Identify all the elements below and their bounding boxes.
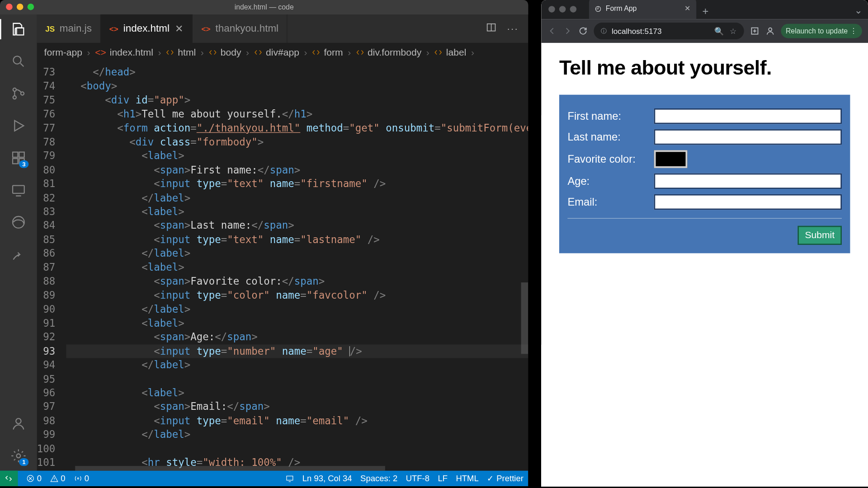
extensions-badge: 3 [19,160,29,168]
vscode-titlebar: index.html — code [0,0,528,14]
spaces-indicator[interactable]: Spaces: 2 [360,474,397,483]
back-icon[interactable] [547,26,557,36]
accounts-icon[interactable] [11,416,26,431]
breadcrumb-item[interactable]: form [312,47,343,58]
tab-thankyou-html[interactable]: <> thankyou.html [193,14,287,43]
svg-point-1 [13,88,16,91]
screencast-icon[interactable] [286,474,294,483]
settings-icon[interactable]: 1 [11,448,26,464]
svg-point-11 [17,454,21,458]
browser-toolbar: ⓘ localhost:5173 🔍 ☆ Relaunch to update … [541,19,868,43]
close-window-icon[interactable] [6,4,13,10]
address-bar[interactable]: ⓘ localhost:5173 🔍 ☆ [594,23,744,39]
breadcrumbs[interactable]: form-app› <>index.html› html› body› div#… [37,43,528,62]
breadcrumb-item[interactable]: form-app [44,47,82,58]
lastname-input[interactable] [654,129,842,145]
field-label: First name: [567,110,654,122]
firstname-input[interactable] [654,108,842,124]
html-file-icon: <> [109,24,118,33]
breadcrumb-item[interactable]: label [434,47,466,58]
svg-rect-6 [13,159,18,164]
new-tab-button[interactable]: + [702,5,708,18]
maximize-window-icon[interactable] [28,4,34,10]
activity-bar: 3 1 [0,14,37,471]
window-title: index.html — code [235,3,294,11]
edge-icon[interactable] [11,215,26,230]
breadcrumb-item[interactable]: <>index.html [95,47,153,58]
svg-point-14 [77,478,79,479]
browser-window: ◴ Form App ✕ + ⌄ ⓘ localhost:5173 🔍 ☆ [541,0,868,486]
svg-point-10 [16,418,21,423]
svg-point-3 [21,92,24,95]
submit-button[interactable]: Submit [798,226,842,245]
svg-point-17 [769,28,772,31]
live-share-icon[interactable] [11,247,26,262]
code-editor[interactable]: 7374757677787980818283848586878889909192… [37,62,528,471]
svg-point-2 [13,96,16,99]
breadcrumb-item[interactable]: body [208,47,241,58]
globe-icon: ◴ [595,4,601,12]
forward-icon[interactable] [563,26,572,36]
maximize-window-icon[interactable] [570,6,577,13]
reload-icon[interactable] [578,26,588,36]
debug-icon[interactable] [11,118,26,133]
extensions-icon[interactable]: 3 [11,150,26,165]
form-row-age: Age: [567,174,842,189]
favcolor-input[interactable] [654,150,688,168]
breadcrumb-item[interactable]: html [166,47,196,58]
relaunch-button[interactable]: Relaunch to update ⋮ [781,24,862,38]
zoom-icon[interactable]: 🔍 [714,27,724,36]
profile-icon[interactable] [765,26,775,36]
cursor-position[interactable]: Ln 93, Col 34 [302,474,352,483]
encoding-indicator[interactable]: UTF-8 [406,474,429,483]
form-row-lastname: Last name: [567,129,842,145]
line-gutter: 7374757677787980818283848586878889909192… [37,62,66,471]
split-editor-icon[interactable] [486,22,496,35]
horizontal-scrollbar[interactable] [75,466,385,471]
prettier-indicator[interactable]: ✓ Prettier [487,474,524,483]
warnings-count[interactable]: 0 [50,474,66,483]
age-input[interactable] [654,174,842,189]
form-container: First name: Last name: Favorite color: A… [559,95,850,253]
page-heading: Tell me about yourself. [559,56,850,79]
svg-rect-8 [13,186,24,193]
explorer-icon[interactable] [11,21,26,37]
eol-indicator[interactable]: LF [438,474,448,483]
settings-badge: 1 [19,458,29,466]
install-icon[interactable] [750,26,760,36]
tab-main-js[interactable]: JS main.js [37,14,101,43]
close-tab-icon[interactable]: ✕ [684,4,690,12]
search-icon[interactable] [11,54,26,69]
breadcrumb-item[interactable]: div.formbody [356,47,422,58]
tab-menu-icon[interactable]: ⌄ [854,5,862,16]
browser-tab[interactable]: ◴ Form App ✕ [589,0,696,19]
close-tab-icon[interactable]: ✕ [175,22,184,35]
browser-tab-strip: ◴ Form App ✕ + ⌄ [541,0,868,19]
errors-count[interactable]: 0 [26,474,42,483]
source-control-icon[interactable] [11,86,26,101]
code-content[interactable]: </head> <body> <div id="app"> <h1>Tell m… [66,62,528,471]
minimize-window-icon[interactable] [17,4,24,10]
more-actions-icon[interactable]: ··· [507,23,519,34]
remote-indicator[interactable] [0,471,18,486]
form-row-firstname: First name: [567,108,842,124]
url-text: localhost:5173 [612,27,662,36]
minimize-window-icon[interactable] [559,6,566,13]
email-input[interactable] [654,194,842,210]
vertical-scrollbar[interactable] [521,282,528,354]
language-indicator[interactable]: HTML [456,474,478,483]
star-icon[interactable]: ☆ [730,27,737,36]
tab-index-html[interactable]: <> index.html ✕ [101,14,193,43]
tab-bar: JS main.js <> index.html ✕ <> thankyou.h… [37,14,528,43]
radio-count[interactable]: 0 [74,474,89,483]
close-window-icon[interactable] [548,6,555,13]
field-label: Email: [567,196,654,208]
breadcrumb-item[interactable]: div#app [254,47,299,58]
window-controls [548,6,576,13]
site-info-icon[interactable]: ⓘ [601,27,607,35]
form-divider [567,218,842,219]
field-label: Last name: [567,131,654,143]
remote-explorer-icon[interactable] [11,183,26,198]
form-row-color: Favorite color: [567,150,842,168]
form-row-email: Email: [567,194,842,210]
